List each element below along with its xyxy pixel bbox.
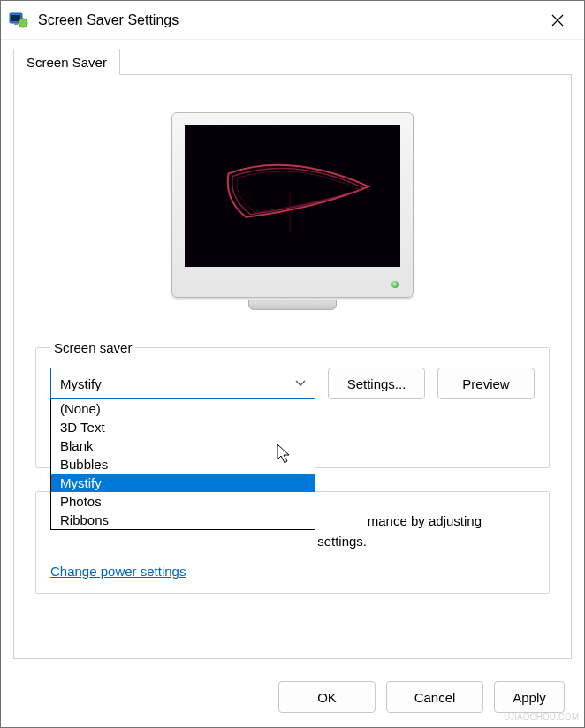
group-screen-saver-legend: Screen saver (50, 340, 135, 355)
tab-screen-saver[interactable]: Screen Saver (13, 49, 120, 75)
tab-content: Screen saver Mystify (None) 3D Text Blan… (13, 74, 572, 659)
tab-bar: Screen Saver (1, 40, 584, 75)
dropdown-option-blank[interactable]: Blank (51, 436, 315, 455)
screensaver-preview-monitor (171, 112, 414, 315)
monitor-frame (171, 112, 414, 298)
chevron-down-icon (295, 380, 306, 387)
screensaver-controls-row: Mystify (None) 3D Text Blank Bubbles Mys… (50, 368, 535, 399)
screensaver-settings-window: Screen Saver Settings Screen Saver (0, 0, 585, 728)
ok-button[interactable]: OK (278, 681, 376, 713)
svg-rect-2 (14, 23, 18, 25)
monitor-stand (248, 300, 337, 310)
svg-point-3 (19, 19, 27, 27)
dropdown-option-ribbons[interactable]: Ribbons (51, 511, 315, 529)
group-screen-saver: Screen saver Mystify (None) 3D Text Blan… (35, 340, 550, 468)
titlebar: Screen Saver Settings (1, 1, 584, 40)
dropdown-option-bubbles[interactable]: Bubbles (51, 455, 315, 474)
monitor-power-led-icon (391, 281, 399, 288)
screensaver-dropdown-wrap: Mystify (None) 3D Text Blank Bubbles Mys… (50, 368, 315, 399)
screensaver-dropdown[interactable]: Mystify (50, 368, 315, 399)
close-icon (551, 14, 564, 27)
screensaver-dropdown-value: Mystify (60, 376, 102, 391)
power-desc-line2: settings. (50, 532, 535, 552)
mystify-preview-graphic (185, 125, 400, 267)
app-icon (8, 10, 29, 31)
monitor-screen (185, 125, 400, 267)
dropdown-option-3dtext[interactable]: 3D Text (51, 418, 315, 436)
dialog-footer: OK Cancel Apply (1, 672, 584, 727)
screensaver-preview-button[interactable]: Preview (437, 368, 535, 399)
change-power-settings-link[interactable]: Change power settings (50, 564, 186, 579)
apply-button[interactable]: Apply (494, 681, 565, 713)
cancel-button[interactable]: Cancel (386, 681, 483, 713)
screensaver-settings-button[interactable]: Settings... (328, 368, 425, 399)
screensaver-dropdown-list: (None) 3D Text Blank Bubbles Mystify Pho… (50, 399, 315, 530)
dropdown-option-none[interactable]: (None) (51, 399, 315, 418)
dropdown-option-photos[interactable]: Photos (51, 492, 315, 511)
window-title: Screen Saver Settings (38, 12, 538, 28)
close-button[interactable] (538, 3, 577, 38)
dropdown-option-mystify[interactable]: Mystify (51, 474, 315, 492)
